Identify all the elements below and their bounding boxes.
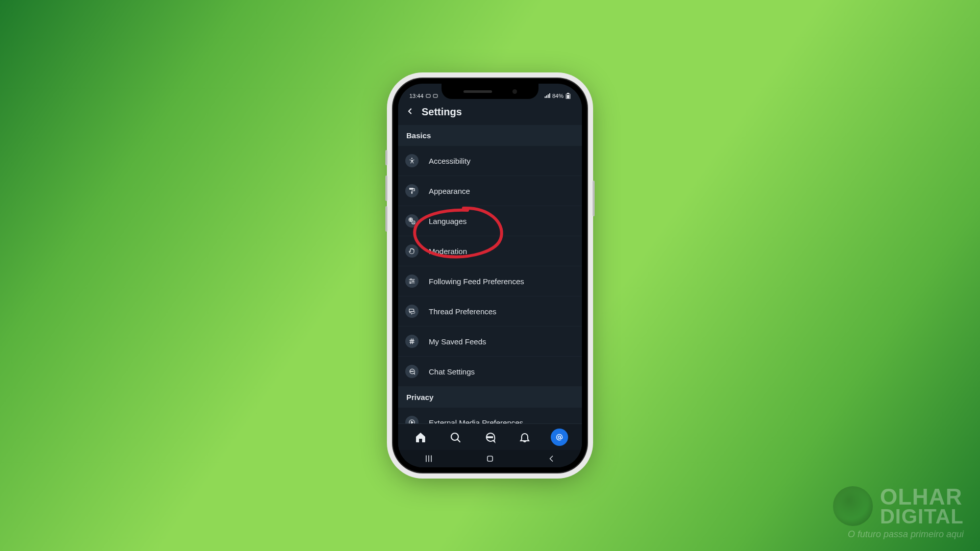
android-navbar <box>398 450 582 467</box>
row-label: My Saved Feeds <box>429 337 486 346</box>
row-label: Appearance <box>429 187 470 195</box>
watermark: OLHAR DIGITAL O futuro passa primeiro aq… <box>833 486 964 540</box>
battery-icon <box>566 93 571 99</box>
svg-point-16 <box>410 282 411 283</box>
row-label: Thread Preferences <box>429 307 497 316</box>
svg-point-12 <box>410 279 411 280</box>
chevron-left-icon <box>405 107 414 116</box>
chat-icon <box>484 431 496 443</box>
recents-icon <box>424 454 434 464</box>
svg-point-21 <box>410 371 411 371</box>
svg-point-28 <box>487 436 488 437</box>
row-label: Moderation <box>429 247 467 256</box>
svg-point-29 <box>489 436 491 437</box>
svg-rect-6 <box>409 188 413 190</box>
status-time: 13:44 <box>409 93 424 99</box>
volume-up-button <box>385 176 387 201</box>
chat-tab[interactable] <box>481 429 499 446</box>
svg-point-14 <box>412 281 413 282</box>
watermark-line1: OLHAR <box>880 487 964 507</box>
watermark-tagline: O futuro passa primeiro aqui <box>848 529 964 540</box>
page-title: Settings <box>422 106 462 118</box>
back-nav-button[interactable] <box>546 454 556 464</box>
svg-line-27 <box>457 439 460 442</box>
svg-point-30 <box>492 436 493 437</box>
at-icon <box>555 433 564 441</box>
chat-bubble-icon <box>405 365 419 378</box>
section-privacy-header: Privacy <box>398 387 582 408</box>
notifications-tab[interactable] <box>516 429 533 446</box>
home-icon <box>414 431 427 443</box>
svg-rect-1 <box>433 94 437 97</box>
bell-icon <box>519 431 531 443</box>
settings-list: Basics Accessibility Appearance A Langua… <box>398 125 582 423</box>
home-tab[interactable] <box>412 429 429 446</box>
paint-roller-icon <box>405 184 419 197</box>
home-button[interactable] <box>485 454 495 464</box>
section-basics-header: Basics <box>398 125 582 146</box>
home-nav-icon <box>485 454 495 464</box>
svg-rect-4 <box>567 95 570 98</box>
phone-screen: 13:44 84% Settings Basics <box>398 84 582 467</box>
row-label: External Media Preferences <box>429 418 523 424</box>
power-button <box>593 181 595 216</box>
recents-button[interactable] <box>424 454 434 464</box>
sliders-icon <box>405 274 419 288</box>
svg-point-22 <box>411 371 412 371</box>
globe-translate-icon: A <box>405 214 419 228</box>
row-label: Chat Settings <box>429 367 475 376</box>
signal-icon <box>544 93 550 98</box>
svg-point-23 <box>413 371 413 371</box>
row-external-media[interactable]: External Media Preferences <box>398 408 582 423</box>
row-label: Languages <box>429 217 467 226</box>
status-icon <box>426 93 431 98</box>
row-saved-feeds[interactable]: My Saved Feeds <box>398 327 582 357</box>
row-following-feed[interactable]: Following Feed Preferences <box>398 266 582 296</box>
app-header: Settings <box>398 99 582 125</box>
row-moderation[interactable]: Moderation <box>398 236 582 266</box>
svg-rect-35 <box>487 456 493 461</box>
svg-rect-0 <box>426 94 430 97</box>
side-button <box>385 150 387 165</box>
svg-rect-7 <box>411 192 412 194</box>
notch <box>442 84 538 99</box>
row-appearance[interactable]: Appearance <box>398 176 582 206</box>
phone-frame: 13:44 84% Settings Basics <box>393 79 587 472</box>
row-label: Following Feed Preferences <box>429 277 524 286</box>
row-accessibility[interactable]: Accessibility <box>398 146 582 176</box>
watermark-logo <box>833 486 873 526</box>
thread-icon <box>405 305 419 318</box>
volume-down-button <box>385 206 387 232</box>
hash-icon <box>405 335 419 348</box>
app-tabbar <box>398 423 582 450</box>
svg-point-5 <box>411 158 412 159</box>
play-circle-icon <box>405 416 419 423</box>
accessibility-icon <box>405 154 419 167</box>
svg-line-20 <box>412 339 413 343</box>
watermark-line2: DIGITAL <box>880 507 964 525</box>
status-battery-pct: 84% <box>552 93 564 99</box>
row-label: Accessibility <box>429 157 471 165</box>
row-chat-settings[interactable]: Chat Settings <box>398 357 582 387</box>
svg-line-19 <box>411 339 411 343</box>
back-button[interactable] <box>405 107 414 118</box>
profile-tab[interactable] <box>551 429 568 446</box>
svg-point-31 <box>558 436 561 438</box>
row-thread-prefs[interactable]: Thread Preferences <box>398 296 582 327</box>
back-nav-icon <box>546 454 556 464</box>
status-icon <box>433 93 438 98</box>
hand-icon <box>405 244 419 258</box>
search-tab[interactable] <box>447 429 464 446</box>
row-languages[interactable]: A Languages <box>398 206 582 236</box>
search-icon <box>449 431 461 443</box>
